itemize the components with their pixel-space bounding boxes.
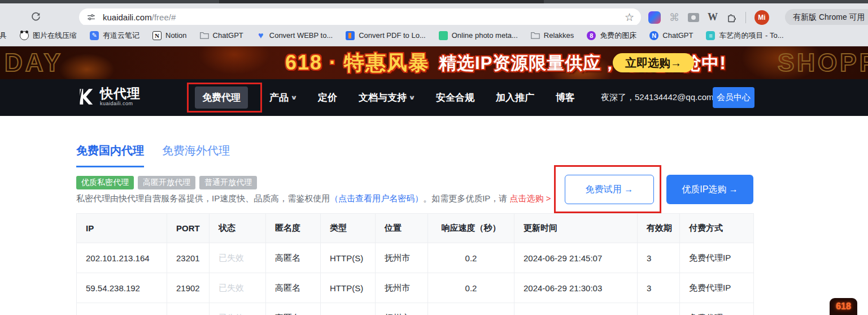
badge-618-label: 618 (836, 301, 851, 312)
table-row: 59.54.238.192 21902 已失效 高匿名 HTTP(S) 抚州市 … (77, 273, 754, 303)
url-bar[interactable]: kuaidaili.com/free/# ☆ (79, 8, 641, 26)
proxy-description: 私密代理由快代理自营服务器提供，IP速度快、品质高，需鉴权使用（点击查看用户名密… (76, 193, 551, 204)
bookmark-chatgpt[interactable]: NChatGPT (649, 31, 693, 40)
col-status: 状态 (210, 214, 266, 243)
click-to-buy-link[interactable]: 点击选购 > (510, 193, 551, 203)
col-anonymity: 匿名度 (266, 214, 321, 243)
reload-icon[interactable] (28, 9, 43, 24)
screenshot-extension-icon[interactable] (688, 13, 699, 22)
bookmark-cheyishang[interactable]: ≡车艺尚的项目 - To... (706, 31, 783, 41)
banner-shopping-decoration: SHOPPING (778, 49, 868, 77)
bookmark-notion[interactable]: NNotion (152, 31, 187, 40)
banner-day-decoration: DAY (5, 49, 63, 77)
image-host-icon: 8 (587, 31, 596, 40)
brand-domain: kuaidaili.com (100, 101, 141, 106)
cell-validity: 3 (638, 273, 680, 303)
profile-avatar[interactable]: Mi (754, 10, 769, 25)
free-trial-button[interactable]: 免费试用 → (565, 175, 654, 204)
extension-icons: ⌘ W Mi (648, 8, 769, 26)
bookmark-photo-meta[interactable]: Online photo meta... (439, 31, 518, 40)
bookmark-convert-pdf[interactable]: Convert PDF to Lo... (346, 31, 426, 40)
cell-payment: 免费代理IP (680, 273, 754, 303)
site-settings-icon[interactable] (85, 11, 97, 24)
nav-item-free-proxy[interactable]: 免费代理 (195, 87, 248, 109)
extensions-puzzle-icon[interactable] (726, 12, 737, 23)
bookmark-image-host[interactable]: 8免费的图床 (587, 31, 636, 41)
cell-anonymity: 高匿名 (266, 273, 321, 303)
cell-status: 已失效 (210, 273, 266, 303)
tag-premium-private-proxy[interactable]: 优质私密代理 (76, 176, 134, 189)
tab-domestic-free-proxy[interactable]: 免费国内代理 (76, 143, 144, 167)
user-greeting: 夜深了，524134442@qq.com (601, 92, 714, 103)
floating-618-badge[interactable]: 618 (830, 298, 857, 315)
nav-items: 免费代理 产品∨ 定价 文档与支持∨ 安全合规 加入推广 博客 (195, 79, 575, 116)
photo-meta-icon (439, 31, 448, 40)
premium-ip-buy-button[interactable]: 优质IP选购 → (666, 175, 753, 204)
cell-port: 23201 (167, 243, 210, 273)
cell-type: HTTP(S) (321, 303, 376, 315)
chevron-down-icon: ∨ (408, 94, 416, 101)
nav-item-products[interactable]: 产品∨ (269, 91, 296, 104)
col-ip: IP (77, 214, 167, 243)
chrome-update-chip[interactable]: 有新版 Chrome 可用 ⋮ (785, 9, 868, 25)
cell-type: HTTP(S) (321, 243, 376, 273)
tag-high-anon-open-proxy[interactable]: 高匿开放代理 (138, 176, 195, 189)
site-navbar: 快代理 kuaidaili.com 免费代理 产品∨ 定价 文档与支持∨ 安全合… (0, 79, 868, 116)
nav-item-affiliate[interactable]: 加入推广 (496, 91, 534, 104)
cell-port: 21316 (167, 303, 210, 315)
col-payment: 付费方式 (680, 214, 754, 243)
bookmark-youdao-note[interactable]: ✎有道云笔记 (90, 31, 139, 41)
blue-heart-icon: ♥ (256, 31, 265, 40)
bookmark-tools[interactable]: 工具 (0, 31, 7, 41)
youdao-note-icon: ✎ (90, 31, 99, 40)
bookmark-convert-webp[interactable]: ♥Convert WEBP to... (256, 31, 333, 40)
url-path: /free/# (152, 12, 176, 22)
chevron-down-icon: ∨ (290, 94, 298, 101)
tag-normal-open-proxy[interactable]: 普通开放代理 (199, 176, 257, 189)
brand-name: 快代理 (100, 87, 141, 100)
table-header-row: IP PORT 状态 匿名度 类型 位置 响应速度（秒） 更新时间 有效期 付费… (77, 214, 754, 243)
pdf-converter-icon (346, 31, 355, 40)
cell-update-time: 2024-06-29 21:15:06 (514, 303, 638, 315)
wikipedia-extension-icon[interactable]: W (708, 11, 718, 23)
nav-item-blog[interactable]: 博客 (556, 91, 575, 104)
toolbar-separator (745, 12, 746, 23)
view-credentials-link[interactable]: （点击查看用户名密码） (330, 193, 423, 203)
cell-validity: 3 (638, 303, 680, 315)
member-center-button[interactable]: 会员中心 (713, 87, 754, 108)
page-content: 免费国内代理 免费海外代理 优质私密代理 高匿开放代理 普通开放代理 私密代理由… (0, 116, 868, 315)
banner-shop-now-button[interactable]: 立即选购→ (613, 53, 694, 72)
command-extension-icon[interactable]: ⌘ (669, 11, 679, 24)
panda-icon (20, 31, 29, 40)
site-logo[interactable]: 快代理 kuaidaili.com (76, 87, 141, 106)
cell-location: 抚州市 (376, 303, 428, 315)
tab-overseas-free-proxy[interactable]: 免费海外代理 (162, 143, 230, 167)
kuaidaili-logo-icon (76, 87, 95, 106)
cell-port: 21902 (167, 273, 210, 303)
cell-response-time: 0.2 (428, 273, 514, 303)
project-icon: ≡ (706, 31, 715, 40)
proxy-type-tags: 优质私密代理 高匿开放代理 普通开放代理 (76, 176, 257, 189)
bookmark-folder-chatgpt[interactable]: ChatGPT (200, 31, 243, 40)
url-host: kuaidaili.com (103, 12, 152, 22)
notion-icon: N (152, 31, 162, 40)
table-row: 202.101.213.164 23201 已失效 高匿名 HTTP(S) 抚州… (77, 243, 754, 273)
ai-extension-icon[interactable] (648, 11, 661, 24)
bookmark-star-icon[interactable]: ☆ (625, 11, 634, 24)
bookmark-image-compress[interactable]: 图片在线压缩 (20, 31, 77, 41)
promo-banner[interactable]: DAY 618 · 特惠风暴 精选IP资源限量供应，4折起疯抢中! 立即选购→ … (0, 46, 868, 79)
cell-response-time: 0.2 (428, 243, 514, 273)
nav-item-docs-support[interactable]: 文档与支持∨ (359, 91, 415, 104)
cell-payment: 免费代理IP (680, 303, 754, 315)
col-port: PORT (167, 214, 210, 243)
chrome-update-label: 有新版 Chrome 可用 (793, 12, 865, 23)
banner-title: 618 · 特惠风暴 (285, 49, 430, 77)
chatgpt-icon: N (649, 31, 658, 40)
cell-anonymity: 高匿名 (266, 243, 321, 273)
cell-anonymity: 高匿名 (266, 303, 321, 315)
bookmark-folder-relakkes[interactable]: Relakkes (531, 31, 574, 40)
col-type: 类型 (321, 214, 376, 243)
nav-item-pricing[interactable]: 定价 (318, 91, 337, 104)
cell-update-time: 2024-06-29 21:45:07 (514, 243, 638, 273)
nav-item-compliance[interactable]: 安全合规 (436, 91, 474, 104)
